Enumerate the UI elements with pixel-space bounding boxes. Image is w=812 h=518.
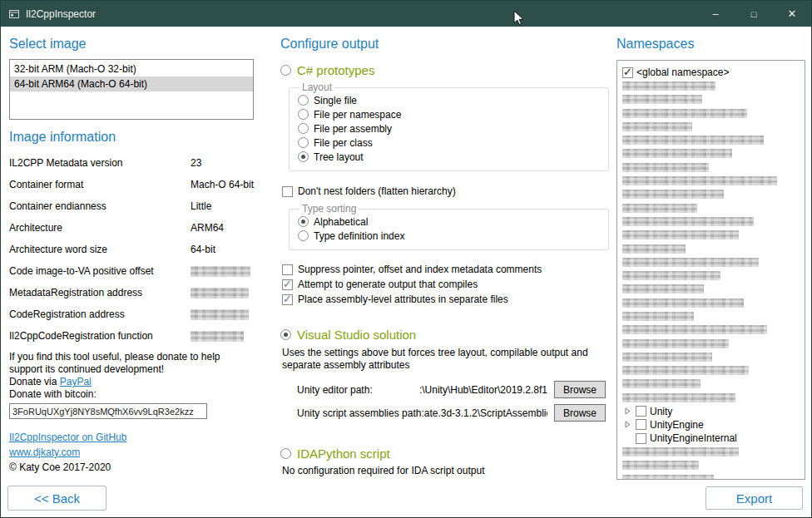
- namespace-item[interactable]: [622, 147, 805, 160]
- namespace-item[interactable]: [622, 160, 805, 174]
- radio-icon[interactable]: [298, 216, 309, 227]
- namespace-item[interactable]: [622, 350, 805, 363]
- output-option-label: Place assembly-level attributes in separ…: [298, 294, 508, 305]
- namespace-item[interactable]: [622, 188, 805, 201]
- namespace-label: UnityEngine: [650, 419, 704, 431]
- namespace-item[interactable]: UnityEngine: [622, 418, 805, 432]
- type-sorting-groupbox: Type sorting Alphabetical Type definitio…: [289, 203, 609, 250]
- layout-option[interactable]: File per class: [298, 136, 600, 150]
- website-link[interactable]: www.djkaty.com: [9, 446, 80, 458]
- titlebar[interactable]: Il2CppInspector – □ ✕: [1, 1, 811, 27]
- namespace-item[interactable]: [622, 106, 805, 120]
- radio-icon[interactable]: [298, 95, 309, 106]
- info-row: MetadataRegistration address: [9, 282, 254, 303]
- namespace-item[interactable]: [622, 337, 805, 350]
- idapython-option[interactable]: IDAPython script: [280, 446, 610, 461]
- namespace-item[interactable]: [622, 229, 805, 242]
- visual-studio-radio[interactable]: [280, 329, 291, 340]
- namespace-item[interactable]: [622, 215, 805, 228]
- expander-icon[interactable]: [622, 407, 632, 417]
- layout-option-label: Single file: [314, 95, 357, 106]
- idapython-label: IDAPython script: [297, 446, 390, 461]
- namespace-item[interactable]: [622, 323, 805, 337]
- image-listbox[interactable]: 32-bit ARM (Mach-O 32-bit) 64-bit ARM64 …: [9, 59, 254, 120]
- image-list-item[interactable]: 32-bit ARM (Mach-O 32-bit): [10, 62, 253, 76]
- back-button[interactable]: << Back: [7, 486, 106, 511]
- checkbox-icon[interactable]: [282, 294, 293, 305]
- idapython-radio[interactable]: [280, 448, 291, 459]
- minimize-button[interactable]: –: [696, 1, 735, 27]
- namespace-item[interactable]: [622, 174, 805, 187]
- visual-studio-label: Visual Studio solution: [297, 328, 416, 342]
- layout-option[interactable]: File per assembly: [298, 121, 600, 136]
- radio-icon[interactable]: [298, 230, 309, 241]
- info-row: Architecture word size 64-bit: [9, 239, 254, 260]
- github-link[interactable]: Il2CppInspector on GitHub: [9, 432, 126, 443]
- type-sorting-option-label: Alphabetical: [314, 216, 368, 228]
- redacted-value: [191, 331, 244, 342]
- namespaces-list[interactable]: <global namespace>: [616, 60, 805, 480]
- namespace-item[interactable]: [622, 255, 805, 269]
- redacted-namespace: [622, 109, 747, 118]
- bitcoin-address-input[interactable]: [9, 403, 207, 419]
- browse-script-button[interactable]: Browse: [554, 404, 606, 422]
- namespace-item[interactable]: [622, 133, 805, 146]
- namespace-item[interactable]: Unity: [622, 404, 805, 417]
- layout-option[interactable]: Tree layout: [298, 150, 600, 164]
- radio-icon[interactable]: [298, 123, 309, 134]
- checkbox-icon[interactable]: [282, 279, 293, 290]
- redacted-namespace: [622, 81, 715, 91]
- output-option-checkboxes: Suppress pointer, offset and index metad…: [280, 262, 610, 307]
- namespace-item[interactable]: [622, 472, 805, 480]
- namespace-checkbox[interactable]: [636, 406, 646, 417]
- namespace-item[interactable]: [622, 459, 805, 472]
- namespace-item[interactable]: [622, 93, 805, 106]
- namespace-item[interactable]: [622, 364, 805, 377]
- namespace-item[interactable]: [622, 309, 805, 323]
- namespace-checkbox[interactable]: [636, 433, 646, 444]
- namespace-item[interactable]: <global namespace>: [622, 66, 805, 79]
- export-button[interactable]: Export: [706, 486, 803, 510]
- redacted-namespace: [622, 325, 767, 334]
- info-label: Il2CppCodeRegistration function: [9, 330, 191, 342]
- radio-icon[interactable]: [298, 109, 309, 120]
- close-button[interactable]: ✕: [773, 1, 811, 27]
- csharp-radio[interactable]: [280, 65, 291, 76]
- namespace-item[interactable]: [622, 296, 805, 309]
- layout-option[interactable]: Single file: [298, 93, 600, 107]
- namespace-item[interactable]: [622, 283, 805, 296]
- unity-script-path-label: Unity script assemblies path:: [297, 407, 424, 419]
- csharp-prototypes-option[interactable]: C# prototypes: [280, 63, 610, 77]
- output-option-row[interactable]: Place assembly-level attributes in separ…: [282, 292, 610, 307]
- maximize-button[interactable]: □: [735, 1, 773, 27]
- visual-studio-option[interactable]: Visual Studio solution: [280, 328, 610, 342]
- browse-editor-button[interactable]: Browse: [554, 381, 606, 398]
- layout-option[interactable]: File per namespace: [298, 107, 600, 121]
- namespace-item[interactable]: [622, 120, 805, 133]
- flatten-checkbox[interactable]: [282, 186, 293, 197]
- flatten-checkbox-row[interactable]: Don't nest folders (flatten hierarchy): [282, 184, 610, 199]
- app-icon: [8, 8, 20, 20]
- namespace-item[interactable]: [622, 391, 805, 404]
- namespace-item[interactable]: [622, 445, 805, 458]
- namespace-item[interactable]: [622, 269, 805, 282]
- redacted-value: [191, 288, 249, 298]
- namespace-item[interactable]: [622, 377, 805, 391]
- expander-icon[interactable]: [622, 420, 632, 430]
- output-option-row[interactable]: Suppress pointer, offset and index metad…: [282, 262, 610, 277]
- namespace-checkbox[interactable]: [636, 419, 646, 430]
- radio-icon[interactable]: [298, 151, 309, 162]
- namespace-item[interactable]: [622, 242, 805, 255]
- image-list-item[interactable]: 64-bit ARM64 (Mach-O 64-bit): [10, 76, 253, 91]
- namespace-item[interactable]: [622, 79, 805, 92]
- namespace-checkbox[interactable]: [622, 67, 633, 78]
- redacted-namespace: [622, 298, 744, 308]
- namespace-item[interactable]: UnityEngineInternal: [636, 432, 805, 445]
- paypal-link[interactable]: PayPal: [60, 376, 92, 387]
- namespace-item[interactable]: [622, 201, 805, 215]
- output-option-row[interactable]: Attempt to generate output that compiles: [282, 277, 610, 292]
- type-sorting-option[interactable]: Type definition index: [298, 229, 600, 243]
- radio-icon[interactable]: [298, 137, 309, 148]
- checkbox-icon[interactable]: [282, 264, 293, 275]
- type-sorting-option[interactable]: Alphabetical: [298, 215, 600, 229]
